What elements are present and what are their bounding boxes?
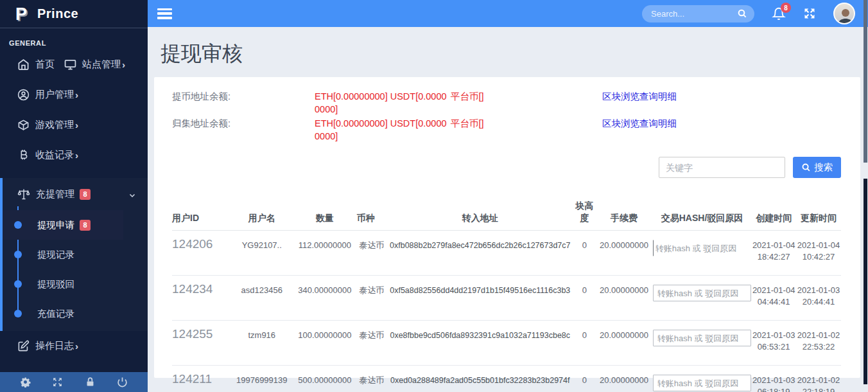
sidebar-item-operation-logs[interactable]: 操作日志 › xyxy=(0,331,148,361)
cell-user-id: 124255 xyxy=(172,321,231,366)
sidebar-section-label: GENERAL xyxy=(0,28,148,49)
cell-address: 0xed0a288489fa2ad05c55b01bfc32283b23b297… xyxy=(386,366,574,392)
cell-updated: 2021-01-02 22:18:19 xyxy=(796,366,841,392)
cell-username: tzm916 xyxy=(231,321,293,366)
group-badge: 8 xyxy=(80,189,91,200)
user-icon xyxy=(17,89,30,101)
chevron-down-icon xyxy=(128,190,136,198)
scrollbar-track[interactable] xyxy=(864,179,867,384)
cell-coin: 泰达币 xyxy=(357,366,386,392)
brand-name: Prince xyxy=(37,6,78,21)
block-explorer-link[interactable]: 区块浏览查询明细 xyxy=(602,117,677,130)
cell-amount: 500.00000000 xyxy=(293,366,357,392)
home-icon xyxy=(17,58,30,71)
cell-user-id: 124206 xyxy=(172,231,231,276)
monitor-icon xyxy=(64,58,76,71)
hamburger-menu-icon[interactable] xyxy=(157,8,172,19)
withdrawal-review-card: 提币地址余额: ETH[0.00000000] USDT[0.00000000]… xyxy=(154,77,860,378)
submenu-item-label: 提现记录 xyxy=(37,249,74,261)
sidebar-item-label: 用户管理 xyxy=(35,89,74,101)
chevron-right-icon: › xyxy=(122,59,125,70)
cell-created: 2021-01-04 18:42:27 xyxy=(751,231,796,276)
sidebar-item-deposit-withdrawal-management[interactable]: 充提管理 8 xyxy=(3,178,148,210)
hash-reason-input[interactable] xyxy=(653,285,751,301)
col-header-user-id: 用户ID xyxy=(172,200,231,231)
cell-block-height: 0 xyxy=(574,366,595,392)
fullscreen-icon[interactable] xyxy=(803,7,816,20)
cell-user-id: 124211 xyxy=(172,366,231,392)
table-header-row: 用户ID 用户名 数量 币种 转入地址 块高度 手续费 交易HASH/驳回原因 … xyxy=(172,200,841,231)
hash-reason-input[interactable] xyxy=(653,375,751,391)
withdraw-address-balance-row: 提币地址余额: ETH[0.00000000] USDT[0.00000000]… xyxy=(172,90,841,116)
table-row: 124255 tzm916 100.00000000 泰达币 0xe8fbbe9… xyxy=(172,321,841,366)
scrollbar-thumb[interactable] xyxy=(864,0,867,163)
search-button[interactable]: 搜索 xyxy=(793,157,841,178)
cell-username: YG92107.. xyxy=(231,231,293,276)
sidebar-item-withdrawal-request[interactable]: 提现申请 8 xyxy=(3,210,123,240)
sidebar-item-label: 充提管理 xyxy=(36,188,74,200)
cell-amount: 100.00000000 xyxy=(293,321,357,366)
cell-username: asd123456 xyxy=(231,276,293,321)
sidebar-item-income-records[interactable]: 收益记录 › xyxy=(0,140,148,170)
cell-fee: 20.00000000 xyxy=(595,321,653,366)
topbar-search-input[interactable] xyxy=(642,9,732,19)
submenu-item-label: 充值记录 xyxy=(37,308,74,320)
col-header-amount: 数量 xyxy=(293,200,357,231)
gear-icon[interactable] xyxy=(20,377,31,388)
balance-label: 提币地址余额: xyxy=(172,90,315,103)
cell-username: 19976999139 xyxy=(231,366,293,392)
block-explorer-link[interactable]: 区块浏览查询明细 xyxy=(602,90,677,103)
sidebar: P Prince GENERAL 首页 站点管理 › xyxy=(0,0,148,392)
page-title: 提现审核 xyxy=(161,40,860,68)
fullscreen-icon[interactable] xyxy=(52,377,63,388)
table-row: 124211 19976999139 500.00000000 泰达币 0xed… xyxy=(172,366,841,392)
sidebar-item-user-management[interactable]: 用户管理 › xyxy=(0,80,148,110)
chevron-right-icon: › xyxy=(75,120,78,130)
cell-amount: 112.00000000 xyxy=(293,231,357,276)
brand-header[interactable]: P Prince xyxy=(0,0,148,28)
sidebar-item-deposit-records[interactable]: 充值记录 xyxy=(3,299,148,328)
sidebar-nav: 首页 站点管理 › 用户管理 › xyxy=(0,49,148,372)
submenu-deposit-withdrawal: 提现申请 8 提现记录 提现驳回 充值记录 xyxy=(3,210,148,331)
lock-icon[interactable] xyxy=(85,377,96,388)
cell-user-id: 124234 xyxy=(172,276,231,321)
sidebar-item-label: 游戏管理 xyxy=(35,119,74,131)
sidebar-item-label: 收益记录 xyxy=(35,149,74,161)
cell-address: 0xe8fbbe9cd506fda8932391c9a1032a71193cbe… xyxy=(386,321,574,366)
search-button-label: 搜索 xyxy=(814,161,833,174)
cell-block-height: 0 xyxy=(574,276,595,321)
col-header-block-height: 块高度 xyxy=(574,200,595,231)
balance-value: ETH[0.00000000] USDT[0.00000000] xyxy=(315,90,451,116)
notifications-bell-icon[interactable]: 8 xyxy=(772,6,786,21)
sidebar-item-site-management[interactable]: 站点管理 › xyxy=(55,49,125,80)
col-header-hash-reason: 交易HASH/驳回原因 xyxy=(653,200,751,231)
user-avatar[interactable] xyxy=(833,3,855,24)
cell-address: 0xf5a8d82556dd4dd2197d1b15f49516ec1116c3… xyxy=(386,276,574,321)
search-icon[interactable] xyxy=(737,8,747,19)
chevron-right-icon: › xyxy=(75,89,78,100)
cell-updated: 2021-01-03 20:44:41 xyxy=(796,276,841,321)
sidebar-item-game-management[interactable]: 游戏管理 › xyxy=(0,110,148,140)
power-icon[interactable] xyxy=(117,377,128,388)
col-header-updated: 更新时间 xyxy=(796,200,841,231)
sidebar-item-withdrawal-rejected[interactable]: 提现驳回 xyxy=(3,269,148,299)
col-header-created: 创建时间 xyxy=(751,200,796,231)
balance-label: 归集地址余额: xyxy=(172,117,315,130)
topbar-search xyxy=(642,5,754,22)
withdrawals-table: 用户ID 用户名 数量 币种 转入地址 块高度 手续费 交易HASH/驳回原因 … xyxy=(172,200,841,392)
chevron-right-icon: › xyxy=(75,341,78,352)
chevron-right-icon: › xyxy=(75,150,78,161)
brand-logo-icon: P xyxy=(15,4,33,24)
submenu-item-label: 提现驳回 xyxy=(37,278,74,290)
sidebar-item-withdrawal-records[interactable]: 提现记录 xyxy=(3,240,148,269)
cell-block-height: 0 xyxy=(574,231,595,276)
sidebar-item-label: 操作日志 xyxy=(35,340,74,352)
hash-reason-input[interactable] xyxy=(653,330,751,346)
bitcoin-icon xyxy=(17,149,30,161)
hash-reason-input[interactable] xyxy=(653,240,751,256)
keyword-input[interactable] xyxy=(659,157,785,178)
col-header-username: 用户名 xyxy=(231,200,293,231)
sidebar-item-home[interactable]: 首页 xyxy=(0,49,55,80)
topbar: 8 xyxy=(148,0,868,27)
cell-amount: 340.00000000 xyxy=(293,276,357,321)
